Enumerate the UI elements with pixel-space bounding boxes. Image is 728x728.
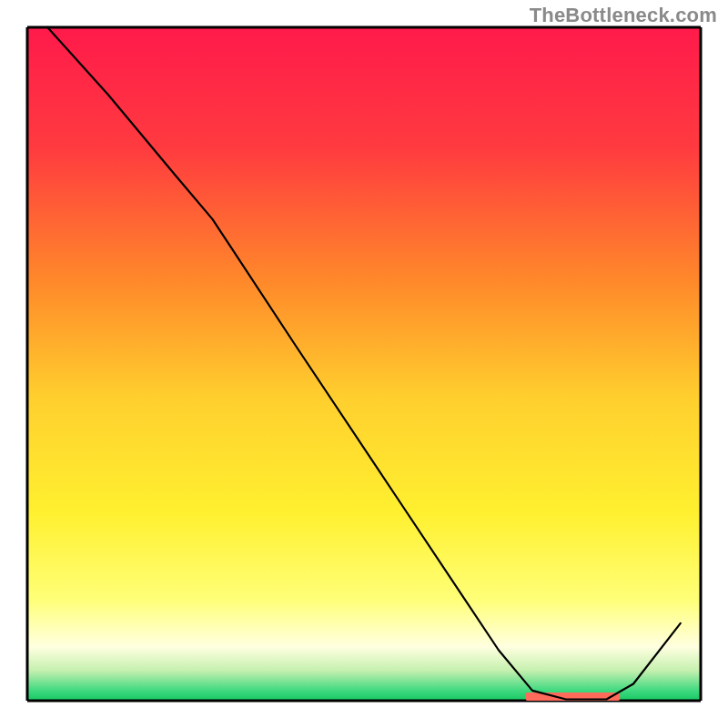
chart-container: TheBottleneck.com xyxy=(0,0,728,728)
svg-rect-0 xyxy=(27,27,701,701)
bottleneck-chart xyxy=(0,0,728,728)
